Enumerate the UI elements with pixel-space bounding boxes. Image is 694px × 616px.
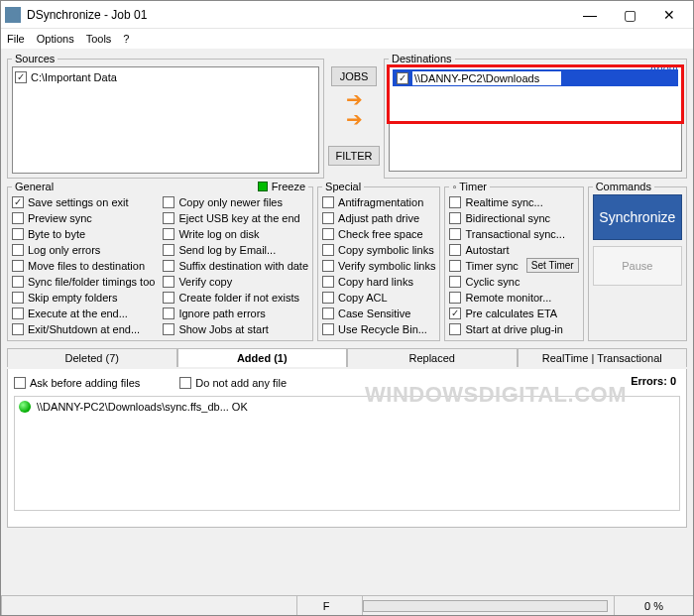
- checkbox[interactable]: [322, 308, 334, 319]
- timer-option[interactable]: Transactional sync...: [449, 226, 578, 241]
- tab-replaced[interactable]: Replaced: [347, 348, 518, 367]
- general-option[interactable]: Execute at the end...: [12, 306, 155, 320]
- special-option[interactable]: Adjust path drive: [322, 210, 435, 225]
- close-button[interactable]: ✕: [649, 3, 689, 27]
- set-timer-button[interactable]: Set Timer: [526, 258, 579, 273]
- general-option[interactable]: Show Jobs at start: [163, 321, 308, 336]
- synchronize-button[interactable]: Synchronize: [593, 194, 682, 240]
- checkbox[interactable]: [322, 260, 334, 272]
- checkbox[interactable]: [12, 323, 24, 335]
- sources-list[interactable]: C:\Important Data: [12, 66, 319, 174]
- checkbox[interactable]: [12, 260, 24, 272]
- checkbox[interactable]: [449, 292, 461, 304]
- checkbox[interactable]: [449, 244, 461, 256]
- destination-item[interactable]: [393, 69, 678, 86]
- general-option[interactable]: Preview sync: [12, 210, 155, 225]
- general-option[interactable]: Byte to byte: [12, 226, 155, 241]
- destination-path-input[interactable]: [412, 71, 561, 85]
- special-option[interactable]: Case Sensitive: [322, 306, 435, 320]
- filter-button[interactable]: FILTER: [328, 146, 379, 166]
- special-option[interactable]: Verify symbolic links: [322, 258, 435, 273]
- do-not-add-checkbox[interactable]: Do not add any file: [179, 375, 287, 390]
- checkbox[interactable]: [322, 323, 334, 335]
- tab-realtime[interactable]: RealTime | Transactional: [518, 348, 688, 367]
- checkbox[interactable]: [163, 292, 174, 304]
- general-option[interactable]: Eject USB key at the end: [163, 210, 308, 225]
- ask-before-checkbox[interactable]: Ask before adding files: [14, 375, 140, 390]
- checkbox[interactable]: [163, 212, 174, 224]
- menu-file[interactable]: File: [7, 33, 25, 45]
- timer-option[interactable]: Remote monitor...: [449, 290, 578, 305]
- timer-option[interactable]: Autostart: [449, 242, 578, 257]
- general-option[interactable]: Log only errors: [12, 242, 155, 257]
- timer-option[interactable]: Realtime sync...: [449, 194, 578, 209]
- special-option[interactable]: Copy ACL: [322, 290, 435, 305]
- destinations-list[interactable]: [389, 66, 682, 172]
- general-option[interactable]: Verify copy: [163, 274, 308, 289]
- checkbox[interactable]: [163, 196, 174, 208]
- checkbox[interactable]: [12, 308, 24, 319]
- checkbox[interactable]: [449, 212, 461, 224]
- checkbox[interactable]: [322, 212, 334, 224]
- checkbox[interactable]: [322, 276, 334, 288]
- pause-button[interactable]: Pause: [593, 246, 682, 286]
- maximize-button[interactable]: ▢: [610, 3, 649, 27]
- checkbox[interactable]: [322, 228, 334, 240]
- special-option[interactable]: Copy hard links: [322, 274, 435, 289]
- tab-added[interactable]: Added (1): [177, 348, 348, 367]
- special-option[interactable]: Use Recycle Bin...: [322, 321, 435, 336]
- checkbox[interactable]: [449, 228, 461, 240]
- special-option[interactable]: Copy symbolic links: [322, 242, 435, 257]
- general-option[interactable]: Ignore path errors: [163, 306, 308, 320]
- log-item[interactable]: \\DANNY-PC2\Downloads\sync.ffs_db... OK: [19, 401, 675, 413]
- source-checkbox[interactable]: [15, 71, 27, 83]
- checkbox[interactable]: [12, 244, 24, 256]
- log-list[interactable]: \\DANNY-PC2\Downloads\sync.ffs_db... OK: [14, 396, 680, 511]
- menu-help[interactable]: ?: [123, 33, 129, 45]
- general-option[interactable]: Skip empty folders: [12, 290, 155, 305]
- jobs-button[interactable]: JOBS: [331, 66, 377, 86]
- checkbox[interactable]: [163, 244, 174, 256]
- checkbox[interactable]: [12, 212, 24, 224]
- checkbox[interactable]: [449, 196, 461, 208]
- general-option[interactable]: Move files to destination: [12, 258, 155, 273]
- checkbox[interactable]: [163, 260, 174, 272]
- general-option[interactable]: Sync file/folder timings too: [12, 274, 155, 289]
- checkbox[interactable]: [12, 276, 24, 288]
- checkbox[interactable]: [449, 260, 461, 272]
- source-item[interactable]: C:\Important Data: [15, 69, 316, 85]
- general-option[interactable]: Copy only newer files: [163, 194, 308, 209]
- checkbox[interactable]: [12, 196, 24, 208]
- timer-option[interactable]: Pre calculates ETA: [449, 306, 578, 320]
- checkbox[interactable]: [322, 196, 334, 208]
- timer-option[interactable]: Start at drive plug-in: [449, 321, 578, 336]
- checkbox[interactable]: [163, 323, 174, 335]
- checkbox[interactable]: [449, 276, 461, 288]
- general-option[interactable]: Save settings on exit: [12, 194, 155, 209]
- menu-options[interactable]: Options: [37, 33, 74, 45]
- minimize-button[interactable]: —: [570, 3, 610, 27]
- checkbox[interactable]: [449, 323, 461, 335]
- timer-option[interactable]: Timer syncSet Timer: [449, 258, 578, 273]
- checkbox[interactable]: [322, 292, 334, 304]
- general-option[interactable]: Send log by Email...: [163, 242, 308, 257]
- special-option[interactable]: Check free space: [322, 226, 435, 241]
- tab-body: Ask before adding files Do not add any f…: [7, 369, 687, 528]
- general-option[interactable]: Exit/Shutdown at end...: [12, 321, 155, 336]
- tab-deleted[interactable]: Deleted (7): [7, 348, 177, 367]
- timer-option[interactable]: Cyclic sync: [449, 274, 578, 289]
- menu-tools[interactable]: Tools: [86, 33, 112, 45]
- checkbox[interactable]: [12, 228, 24, 240]
- checkbox[interactable]: [163, 276, 174, 288]
- general-option[interactable]: Create folder if not exists: [163, 290, 308, 305]
- timer-option[interactable]: Bidirectional sync: [449, 210, 578, 225]
- checkbox[interactable]: [449, 308, 461, 319]
- general-option[interactable]: Suffix destination with date: [163, 258, 308, 273]
- destination-checkbox[interactable]: [397, 72, 408, 84]
- checkbox[interactable]: [163, 228, 174, 240]
- checkbox[interactable]: [12, 292, 24, 304]
- checkbox[interactable]: [322, 244, 334, 256]
- checkbox[interactable]: [163, 308, 174, 319]
- general-option[interactable]: Write log on disk: [163, 226, 308, 241]
- special-option[interactable]: Antifragmentation: [322, 194, 435, 209]
